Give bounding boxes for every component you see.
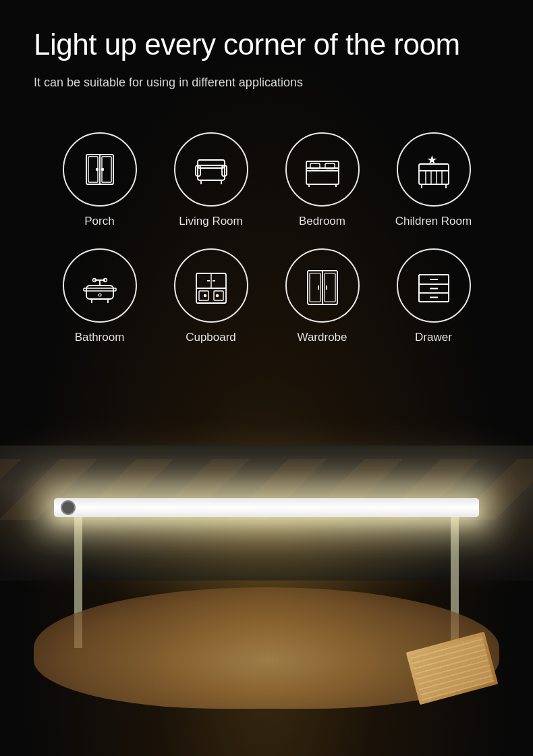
drawer-icon-circle [397, 248, 471, 323]
svg-rect-18 [419, 164, 449, 184]
bedroom-label: Bedroom [299, 215, 345, 228]
icon-item-children-room: ★ Children Room [381, 132, 486, 228]
subtitle-text: It can be suitable for using in differen… [34, 74, 304, 92]
drawer-label: Drawer [415, 331, 452, 344]
icon-item-bathroom: Bathroom [47, 248, 152, 344]
cupboard-icon-circle [174, 248, 248, 323]
wardrobe-icon-circle [285, 248, 360, 323]
light-bar-container [54, 498, 479, 517]
svg-rect-27 [86, 286, 113, 299]
icon-item-porch: Porch [47, 132, 152, 228]
drawer-icon [414, 265, 454, 306]
led-light-bar [54, 498, 479, 517]
porch-label: Porch [84, 215, 114, 228]
children-room-icon: ★ [414, 149, 454, 190]
icon-item-wardrobe: Wardrobe [270, 248, 374, 344]
svg-point-44 [216, 294, 218, 296]
svg-text:★: ★ [428, 155, 435, 165]
porch-icon-circle [63, 132, 137, 207]
bathroom-label: Bathroom [75, 331, 125, 344]
porch-icon [80, 149, 120, 190]
svg-rect-32 [84, 288, 116, 291]
bathroom-icon-circle [63, 248, 137, 323]
page-wrapper: Light up every corner of the room It can… [0, 0, 533, 756]
content-area: Light up every corner of the room It can… [0, 0, 533, 344]
children-room-icon-circle: ★ [397, 132, 471, 207]
bedroom-icon [302, 149, 343, 190]
svg-point-5 [101, 168, 103, 170]
svg-point-33 [99, 294, 101, 296]
icon-item-cupboard: Cupboard [159, 248, 263, 344]
children-room-label: Children Room [395, 215, 472, 228]
icon-item-living-room: Living Room [159, 132, 263, 228]
wardrobe-icon [302, 265, 343, 306]
svg-rect-13 [306, 161, 339, 171]
cupboard-icon [191, 265, 231, 306]
svg-rect-7 [198, 160, 225, 168]
icon-item-bedroom: Bedroom [270, 132, 374, 228]
icon-item-drawer: Drawer [381, 248, 486, 344]
bathroom-icon [80, 265, 120, 306]
living-room-icon-circle [174, 132, 248, 207]
bedroom-icon-circle [285, 132, 360, 207]
icons-grid: Porch [34, 132, 499, 344]
wardrobe-label: Wardrobe [297, 331, 347, 344]
svg-point-4 [96, 168, 98, 170]
svg-point-43 [204, 294, 206, 296]
main-title: Light up every corner of the room [34, 27, 499, 63]
living-room-icon [191, 149, 231, 190]
living-room-label: Living Room [179, 215, 243, 228]
cupboard-label: Cupboard [186, 331, 236, 344]
